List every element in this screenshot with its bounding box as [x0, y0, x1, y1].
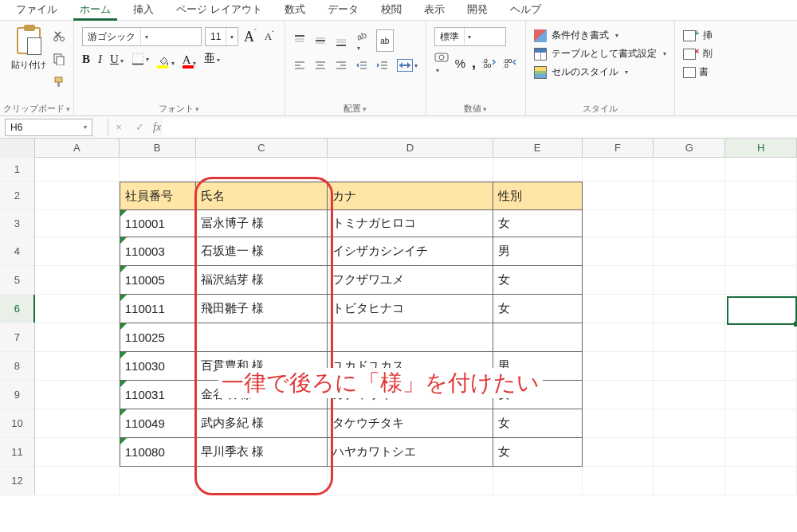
cell[interactable] [583, 295, 654, 323]
col-header[interactable]: H [725, 139, 797, 157]
cell[interactable] [196, 323, 328, 352]
cell[interactable] [328, 323, 493, 352]
select-all-corner[interactable] [0, 139, 35, 158]
currency-button[interactable]: ▾ [434, 51, 449, 75]
row-header[interactable]: 6 [0, 295, 35, 323]
cell[interactable] [725, 158, 797, 182]
cell[interactable] [328, 467, 493, 495]
cell[interactable] [35, 158, 120, 182]
cell[interactable] [725, 182, 797, 210]
format-cells-button[interactable]: 書 [683, 65, 712, 79]
cell[interactable] [35, 266, 120, 295]
cell[interactable] [654, 266, 725, 295]
increase-decimal-icon[interactable]: .0.00 [482, 57, 497, 70]
align-middle-icon[interactable] [314, 34, 327, 47]
cell[interactable] [654, 182, 725, 210]
align-top-icon[interactable] [293, 34, 306, 47]
menu-page-layout[interactable]: ページ レイアウト [165, 0, 273, 20]
increase-indent-icon[interactable] [376, 59, 389, 72]
percent-button[interactable]: % [455, 57, 465, 70]
cell[interactable]: イシザカシンイチ [328, 237, 493, 266]
row-header[interactable]: 4 [0, 237, 35, 266]
cell[interactable] [583, 182, 654, 210]
insert-cells-button[interactable]: +挿 [683, 29, 712, 42]
font-size-combo[interactable]: 11▾ [205, 27, 238, 46]
cell[interactable]: 女 [493, 295, 583, 323]
cell[interactable] [583, 323, 654, 352]
menu-review[interactable]: 校閲 [370, 0, 413, 20]
row-header[interactable]: 5 [0, 266, 35, 295]
cell[interactable]: 飛田雛子 様 [196, 295, 328, 323]
cell[interactable]: 女 [493, 266, 583, 295]
col-header[interactable]: G [654, 139, 725, 157]
paste-button[interactable]: 貼り付け [8, 24, 49, 94]
cell[interactable] [35, 237, 120, 266]
cell[interactable] [654, 237, 725, 266]
col-header[interactable]: B [120, 139, 196, 157]
menu-help[interactable]: ヘルプ [499, 0, 552, 20]
cell[interactable] [35, 295, 120, 323]
cell[interactable]: 社員番号 [120, 182, 196, 210]
menu-formulas[interactable]: 数式 [273, 0, 316, 20]
border-button[interactable]: ▾ [132, 53, 149, 65]
cell[interactable]: 女 [493, 210, 583, 237]
cell[interactable] [120, 467, 196, 495]
cell[interactable]: カナヤサキ [328, 381, 493, 409]
cell[interactable]: ハヤカワトシエ [328, 438, 493, 467]
cell[interactable] [35, 210, 120, 237]
col-header[interactable]: F [583, 139, 654, 157]
row-header[interactable]: 12 [0, 467, 35, 495]
cell[interactable] [583, 237, 654, 266]
cell[interactable]: 女 [493, 438, 583, 467]
decrease-decimal-icon[interactable]: .00.0 [503, 57, 517, 70]
cell[interactable]: 110003 [120, 237, 196, 266]
cell[interactable] [583, 438, 654, 467]
enter-formula-icon[interactable]: ✓ [129, 121, 150, 133]
phonetic-button[interactable]: ア亜▾ [204, 52, 220, 66]
fill-color-button[interactable]: ▾ [157, 51, 175, 67]
row-header[interactable]: 9 [0, 381, 35, 409]
row-header[interactable]: 11 [0, 438, 35, 467]
cell[interactable]: 110031 [120, 381, 196, 409]
bold-button[interactable]: B [82, 53, 90, 66]
cell[interactable] [196, 158, 328, 182]
col-header[interactable]: E [493, 139, 583, 157]
cell[interactable] [654, 352, 725, 381]
cell[interactable]: 110005 [120, 266, 196, 295]
fx-icon[interactable]: fx [153, 121, 161, 134]
align-center-icon[interactable] [314, 59, 327, 72]
cell[interactable] [35, 323, 120, 352]
font-color-button[interactable]: A ▾ [183, 51, 196, 67]
cell[interactable]: 福沢結芽 様 [196, 266, 328, 295]
cell[interactable]: タケウチタキ [328, 409, 493, 438]
orientation-icon[interactable]: ab▾ [355, 29, 368, 53]
decrease-indent-icon[interactable] [355, 59, 368, 72]
cell[interactable]: 110080 [120, 438, 196, 467]
col-header[interactable]: A [35, 139, 120, 157]
cell[interactable] [583, 266, 654, 295]
merge-cells-button[interactable]: ▾ [397, 59, 418, 72]
menu-data[interactable]: データ [316, 0, 370, 20]
wrap-text-button[interactable]: ab [376, 29, 394, 52]
cut-icon[interactable] [53, 29, 65, 42]
cell[interactable]: 冨永博子 様 [196, 210, 328, 237]
copy-icon[interactable] [53, 53, 65, 65]
row-header[interactable]: 7 [0, 323, 35, 352]
formula-input[interactable] [161, 119, 797, 136]
cell[interactable] [725, 409, 797, 438]
cell[interactable]: 金谷咲 様 [196, 381, 328, 409]
cell[interactable] [493, 467, 583, 495]
underline-button[interactable]: U [110, 53, 119, 65]
cell[interactable] [725, 352, 797, 381]
cell[interactable] [725, 237, 797, 266]
row-header[interactable]: 3 [0, 210, 35, 237]
cell[interactable] [120, 158, 196, 182]
cell[interactable] [493, 158, 583, 182]
cell[interactable] [725, 438, 797, 467]
delete-cells-button[interactable]: ×削 [683, 47, 712, 61]
cell[interactable] [725, 295, 797, 323]
cell[interactable] [583, 409, 654, 438]
cell[interactable]: カナ [328, 182, 493, 210]
col-header[interactable]: C [196, 139, 328, 157]
cell[interactable]: 性別 [493, 182, 583, 210]
